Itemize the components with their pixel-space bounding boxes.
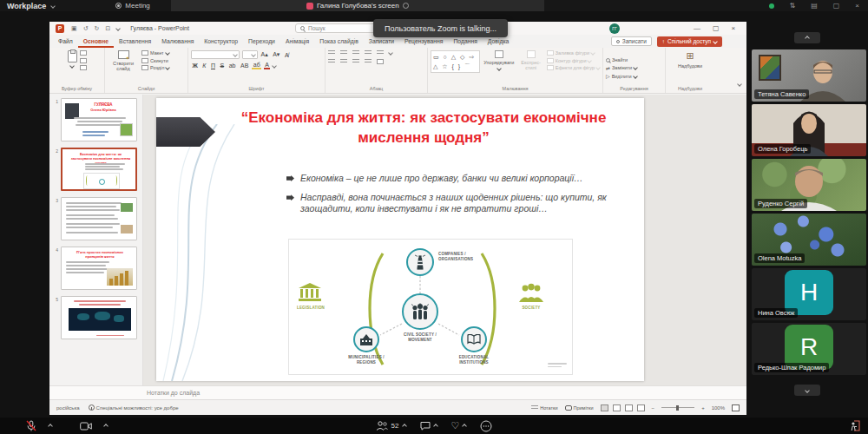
normal-view-button[interactable] — [601, 404, 608, 411]
underline-button[interactable]: П — [209, 62, 216, 69]
slideshow-icon[interactable]: ⊡ — [105, 25, 110, 32]
columns-icon[interactable] — [377, 59, 384, 64]
zoom-slider-thumb[interactable] — [676, 405, 679, 411]
decrease-indent-icon[interactable] — [352, 50, 359, 56]
reactions-chevron[interactable] — [463, 424, 468, 429]
participant-tile-4[interactable]: Olena Motuzka — [752, 214, 866, 266]
maximize-window-icon[interactable]: ▢ — [833, 2, 840, 10]
leave-meeting-button[interactable] — [850, 420, 861, 431]
align-center-icon[interactable] — [340, 59, 347, 64]
comments-toggle-button[interactable]: Примітки — [565, 405, 594, 411]
save-icon[interactable]: ▣ — [71, 25, 77, 32]
zoom-slider[interactable] — [661, 407, 694, 408]
tab-slideshow[interactable]: Показ слайдів — [314, 35, 364, 48]
participant-tile-3[interactable]: Руденко Сергій — [752, 159, 866, 211]
zoom-in-button[interactable]: + — [701, 405, 705, 411]
account-avatar[interactable]: ГГ — [609, 23, 620, 34]
participants-chevron[interactable] — [402, 424, 407, 429]
justify-icon[interactable] — [365, 59, 372, 64]
copy-icon[interactable] — [80, 58, 87, 63]
slide-thumbnail-4[interactable]: П'ять простих економічних принципів житт… — [61, 247, 137, 290]
participant-tile-6[interactable]: R Редько-Шпак Радомир — [752, 323, 866, 375]
find-button[interactable]: Знайти — [606, 57, 628, 62]
ppt-close-icon[interactable]: × — [732, 24, 736, 32]
quick-styles-button[interactable]: Експрес-стилі — [518, 50, 544, 70]
participants-button[interactable]: 52 — [376, 421, 406, 431]
scroll-participants-down-button[interactable] — [794, 385, 820, 396]
tab-shared-screen[interactable]: Галина Голубова's screen — [171, 0, 544, 11]
more-button[interactable] — [480, 420, 492, 432]
shape-fill-button[interactable]: Заливка фігури — [547, 50, 600, 56]
participant-tile-5[interactable]: H Нина Овсюк — [752, 268, 866, 320]
highlight-color-button[interactable]: аб — [252, 62, 261, 69]
slide-thumbnail-5[interactable] — [61, 296, 137, 339]
bold-button[interactable]: Ж — [191, 62, 199, 69]
font-color-button[interactable]: А — [264, 62, 271, 69]
chat-chevron[interactable] — [433, 424, 438, 429]
shapes-gallery[interactable]: ▭ ○ △ ◇ ⇨ △ ☆ { } ⌒ — [431, 50, 480, 73]
font-name-select[interactable] — [191, 50, 240, 59]
addins-button[interactable]: ⊞ Надбудови — [678, 50, 702, 69]
reset-button[interactable]: Скинути — [141, 58, 169, 63]
fit-slide-button[interactable] — [732, 404, 740, 411]
replace-button[interactable]: ⇄Замінити — [606, 65, 637, 71]
section-button[interactable]: Розділ — [141, 65, 169, 70]
participant-tile-2[interactable]: Олена Горобець — [752, 104, 866, 156]
undo-icon[interactable]: ↺ — [83, 25, 89, 32]
font-size-select[interactable] — [242, 50, 258, 59]
slide-thumbnail-3[interactable] — [61, 197, 137, 240]
numbering-icon[interactable] — [340, 50, 347, 56]
shape-effects-button[interactable]: Ефекти для фігур — [547, 65, 600, 70]
cut-icon[interactable] — [80, 50, 87, 56]
accessibility-status[interactable]: Спеціальні можливості: усе добре — [89, 404, 179, 411]
tab-file[interactable]: Файл — [53, 35, 78, 48]
paste-button[interactable] — [68, 50, 77, 68]
italic-button[interactable]: К — [201, 62, 207, 69]
char-spacing-button[interactable]: АВ — [239, 62, 249, 69]
notes-toggle-button[interactable]: Нотатки — [531, 405, 557, 411]
workspace-chevron-icon[interactable] — [51, 2, 55, 10]
slideshow-view-button[interactable] — [637, 404, 645, 411]
collapse-ribbon-icon[interactable] — [738, 74, 741, 89]
format-painter-icon[interactable] — [80, 65, 87, 70]
zoom-level[interactable]: 100% — [712, 405, 725, 411]
language-indicator[interactable]: російська — [56, 405, 80, 411]
tab-meeting[interactable]: Meeting — [107, 0, 158, 11]
qat-chevron-icon[interactable] — [116, 25, 120, 32]
view-layout-icon[interactable]: ▤ — [811, 2, 818, 10]
close-window-icon[interactable]: × — [855, 2, 859, 10]
tab-insert[interactable]: Вставлення — [114, 35, 156, 48]
redo-icon[interactable]: ↻ — [95, 25, 100, 32]
select-button[interactable]: ▷Виділити — [606, 73, 637, 79]
arrange-button[interactable]: Упорядкувати — [483, 50, 515, 70]
align-right-icon[interactable] — [352, 59, 359, 64]
search-input[interactable]: Пошук — [295, 23, 382, 33]
layout-button[interactable]: Макет — [141, 50, 169, 56]
notes-pane[interactable]: Нотатки до слайда — [49, 385, 746, 399]
ppt-restore-icon[interactable]: ▢ — [713, 24, 720, 32]
share-button[interactable]: ↑ Спільний доступ — [657, 36, 722, 47]
bullets-icon[interactable] — [328, 50, 335, 56]
tab-draw[interactable]: Малювання — [156, 35, 199, 48]
clear-format-icon[interactable]: А̸ — [283, 52, 290, 58]
reading-view-button[interactable] — [625, 404, 633, 411]
reactions-button[interactable]: ♡ — [451, 421, 467, 431]
slide-thumbnail-2-selected[interactable]: Економіка для життя: як застосувати екон… — [61, 148, 137, 191]
scroll-participants-up-button[interactable] — [794, 32, 820, 43]
slide-thumbnail-1[interactable]: ГУЛЯЄВА Олена Юріївна — [61, 98, 137, 141]
current-slide[interactable]: “Економіка для життя: як застосувати еко… — [156, 98, 644, 381]
share-stats-icon[interactable]: ⇅ — [790, 2, 796, 10]
chat-button[interactable] — [420, 421, 437, 431]
line-spacing-icon[interactable] — [377, 50, 384, 56]
tab-transitions[interactable]: Переходи — [243, 35, 280, 48]
tab-home[interactable]: Основне — [78, 35, 114, 48]
shape-outline-button[interactable]: Контур фігури — [547, 58, 600, 63]
align-left-icon[interactable] — [328, 59, 335, 64]
ppt-minimize-icon[interactable]: — — [694, 24, 700, 32]
strikethrough-button[interactable]: S — [219, 62, 226, 69]
text-shadow-button[interactable]: ab — [227, 62, 237, 69]
slide-sorter-view-button[interactable] — [613, 404, 621, 411]
participant-tile-1[interactable]: Тетяна Савенко — [752, 49, 866, 102]
tab-design[interactable]: Конструктор — [199, 35, 243, 48]
record-button[interactable]: Записати — [611, 36, 652, 46]
